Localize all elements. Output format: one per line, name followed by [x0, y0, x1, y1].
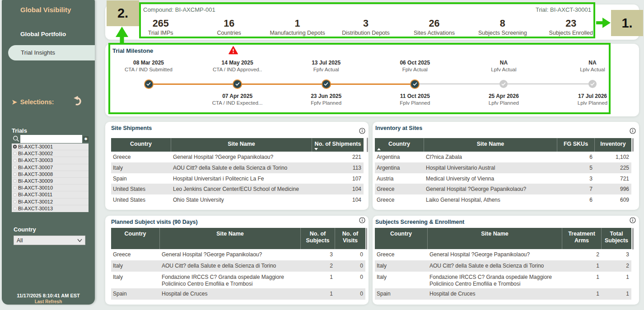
selections-header[interactable]: ➤Selections: [12, 98, 54, 106]
trial-list-item-label: BI-AXCT-30003 [18, 157, 53, 163]
column-header-label: Country [390, 231, 412, 237]
table-cell: AOU Citt? della Salute e della Scienza d… [171, 162, 312, 173]
table-row[interactable]: GreeceLaiko General Hospital, Athens6609 [375, 194, 631, 205]
kpi-label: Subjects Screening [468, 30, 537, 37]
table-row[interactable]: United StatesLeo Jenkins Cancer Center/E… [111, 184, 364, 194]
table-cell: 225 [595, 162, 631, 173]
table-cell: Spain [111, 173, 171, 184]
scrollbar-thumb[interactable] [632, 138, 634, 152]
trial-list-item[interactable]: BI-AXCT-30007 [12, 164, 89, 171]
info-icon[interactable] [359, 128, 365, 134]
scrollbar-thumb[interactable] [367, 138, 368, 152]
table-cell: Ohio State University [171, 194, 312, 205]
table-row[interactable]: GreeceGeneral Hospital ?George Papanikol… [111, 152, 364, 162]
table-cell: 609 [595, 194, 631, 205]
milestone-node[interactable] [588, 80, 597, 88]
milestone-actual-date: 14 May 2025 [199, 60, 276, 66]
trials-search-input[interactable] [20, 135, 82, 143]
trial-list-item-label: BI-AXCT-30012 [18, 199, 53, 204]
table-cell: 113 [312, 162, 364, 173]
table-row[interactable]: ArgentinaHospital Universitario Austral5… [375, 162, 631, 173]
column-header[interactable]: Country [375, 138, 424, 152]
info-icon[interactable] [630, 128, 636, 134]
info-icon[interactable] [359, 217, 365, 223]
column-header[interactable]: Treatment Arms [562, 228, 602, 249]
column-header-label: Country [130, 141, 152, 147]
trial-list-item[interactable]: BI-AXCT-30008 [12, 171, 89, 178]
table-cell: 2 [562, 249, 602, 260]
trial-list-item[interactable]: BI-AXCT-30012 [12, 199, 89, 205]
milestone-node[interactable] [233, 79, 242, 89]
trial-label: Trial: BI-AXCT-30001 [536, 6, 591, 13]
radio-icon [13, 186, 17, 190]
column-header[interactable]: Total Subjects [602, 228, 631, 249]
trial-list-item[interactable]: BI-AXCT-30011 [12, 191, 89, 198]
table-cell: 0 [335, 249, 365, 260]
table-row[interactable]: United StatesOhio State University104 [111, 194, 364, 205]
column-header[interactable]: Site Name [171, 138, 312, 152]
column-header[interactable]: No. of Visits [335, 228, 365, 249]
scrollbar-thumb[interactable] [366, 228, 367, 250]
table-row[interactable]: SpainHospital de Cruces11 [375, 288, 631, 300]
table-card: Planned Subject visits (90 Days)CountryS… [105, 216, 369, 305]
table-row[interactable]: GreeceGeneral Hospital ?George Papanikol… [111, 249, 365, 260]
column-header-label: Treatment Arms [568, 231, 595, 244]
trial-list-item[interactable]: BI-AXCT-30002 [12, 150, 89, 157]
milestone-node[interactable] [144, 79, 154, 89]
table-row[interactable]: ItalyAOU Citt? della Salute e della Scie… [111, 260, 365, 272]
table-row[interactable]: ArgentinaCl?nica Zabala61,102 [375, 152, 631, 162]
dashboard-page: Global Visibility Global Portfolio Trial… [0, 0, 644, 310]
table-cell: Italy [375, 272, 428, 288]
table-row[interactable]: AustriaMedical University of Vienna3721 [375, 173, 631, 184]
milestone-bottom-label: 11 Oct 2025Fplv Planned [377, 93, 453, 106]
table-cell: 221 [312, 152, 364, 162]
kpi-stat: 8Subjects Screening [468, 18, 537, 38]
trial-list-item[interactable]: BI-AXCT-30001 [12, 143, 89, 150]
column-header[interactable]: FG SKUs [557, 138, 595, 152]
column-header[interactable]: Site Name [424, 138, 557, 152]
milestone-node[interactable] [410, 79, 420, 89]
column-header[interactable]: Country [111, 228, 160, 249]
trial-list-item[interactable]: BI-AXCT-30003 [12, 157, 89, 164]
column-header[interactable]: Country [111, 138, 171, 152]
sidebar-item-label: Trial Insights [21, 49, 55, 56]
table-card: Site ShipmentsCountrySite NameNo. of Shi… [105, 122, 369, 210]
trial-list-item-label: BI-AXCT-30007 [18, 165, 53, 170]
sidebar-item-global-portfolio[interactable]: Global Portfolio [20, 31, 66, 37]
table-row[interactable]: ItalyAOU Citt? della Salute e della Scie… [375, 260, 631, 272]
milestone-node[interactable] [322, 79, 331, 89]
annotation-label-2: 2. [107, 0, 139, 26]
kpi-value: 8 [468, 18, 537, 29]
column-header-label: Site Name [481, 231, 508, 237]
column-header[interactable]: No. of Shipments [312, 138, 364, 152]
table-row[interactable]: ItalyAOU Citt? della Salute e della Scie… [111, 162, 364, 173]
column-header[interactable]: Inventory [595, 138, 631, 152]
scrollbar-thumb[interactable] [632, 228, 634, 250]
table-title: Planned Subject visits (90 Days) [111, 219, 198, 225]
table-cell: 107 [312, 173, 364, 184]
undo-icon[interactable] [73, 96, 84, 106]
column-header[interactable]: Site Name [160, 228, 301, 249]
trial-list-item[interactable]: BI-AXCT-30009 [12, 178, 89, 185]
table-row[interactable]: SpainHospital de Cruces10 [111, 288, 365, 300]
trial-list-item[interactable]: BI-AXCT-30010 [12, 185, 89, 191]
country-label: Country [14, 226, 36, 233]
select-all-icon[interactable]: ✱ [83, 136, 89, 142]
table-row[interactable]: ItalyFondazione IRCCS C? Granda ospedale… [375, 272, 631, 288]
column-header[interactable]: Country [375, 228, 428, 249]
table-header: CountrySite NameTreatment ArmsTotal Subj… [375, 228, 631, 249]
country-dropdown[interactable]: All [14, 236, 85, 245]
table-row[interactable]: ItalyFondazione IRCCS C? Granda ospedale… [111, 272, 365, 288]
warning-icon[interactable] [229, 46, 238, 55]
trial-list-item[interactable]: BI-AXCT-30013 [12, 205, 89, 212]
table-row[interactable]: SpainHospital Universitari i Politecnic … [111, 173, 364, 184]
sidebar-item-trial-insights[interactable]: Trial Insights [8, 45, 95, 60]
column-header[interactable]: Site Name [428, 228, 562, 249]
milestone-top-label: NALpfv Actual [465, 60, 542, 73]
country-dropdown-value: All [17, 237, 23, 244]
info-icon[interactable] [630, 217, 636, 223]
column-header[interactable]: No. of Subjects [301, 228, 335, 249]
table-header: CountrySite NameFG SKUsInventory [375, 138, 631, 152]
table-row[interactable]: GreeceGeneral Hospital ?George Papanikol… [375, 249, 631, 260]
table-row[interactable]: GreeceGeneral Hospital ?George Papanikol… [375, 184, 631, 194]
